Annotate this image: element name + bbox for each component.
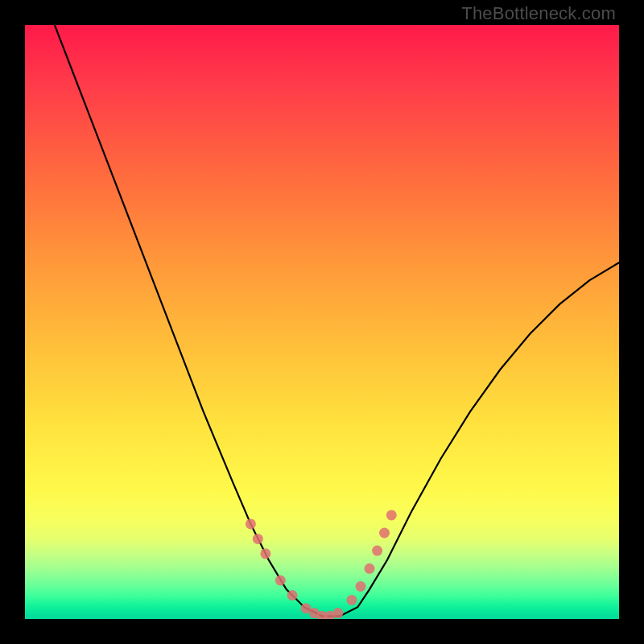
marker-dot	[260, 548, 270, 559]
marker-dot	[332, 608, 343, 618]
marker-dot	[379, 528, 390, 539]
marker-dot	[253, 534, 263, 544]
highlighted-points	[246, 510, 397, 619]
marker-dot	[372, 546, 382, 556]
marker-dot	[356, 581, 366, 592]
chart-svg	[25, 25, 619, 619]
marker-dot	[275, 576, 286, 586]
marker-dot	[386, 510, 397, 520]
marker-dot	[346, 595, 357, 605]
chart-frame: TheBottleneck.com	[0, 0, 644, 644]
bottleneck-curve	[55, 25, 619, 616]
marker-dot	[246, 518, 256, 529]
marker-dot	[365, 564, 375, 574]
watermark-text: TheBottleneck.com	[461, 3, 616, 24]
plot-area	[25, 25, 619, 619]
marker-dot	[287, 590, 298, 601]
